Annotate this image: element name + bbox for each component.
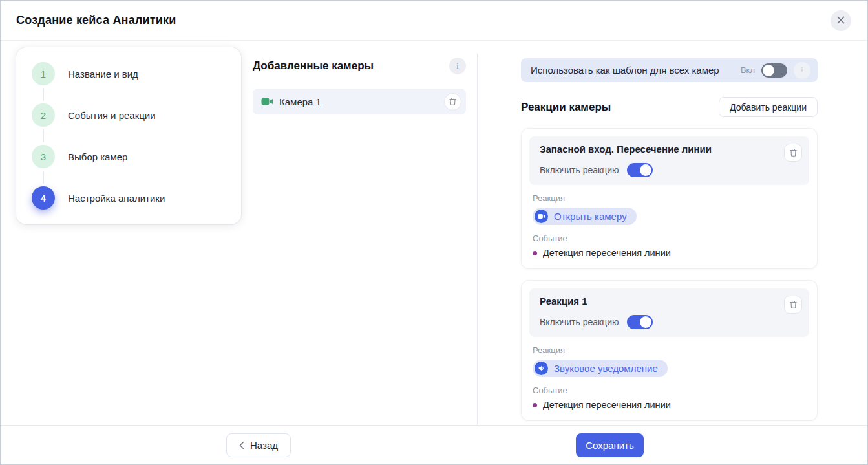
close-icon <box>836 16 845 27</box>
step-item-events-and-reactions[interactable]: 2 События и реакции <box>32 103 226 127</box>
use-as-template-banner: Использовать как шаблон для всех камер В… <box>521 58 818 82</box>
trash-icon <box>449 97 457 106</box>
step-item-analytics-settings[interactable]: 4 Настройка аналитики <box>32 186 226 210</box>
camera-name: Камера 1 <box>279 96 438 107</box>
camera-icon <box>535 210 548 223</box>
added-cameras-section: Добавленные камеры i Камера 1 <box>253 58 466 114</box>
step-label: Название и вид <box>68 69 138 80</box>
camera-list-item[interactable]: Камера 1 <box>253 89 466 114</box>
delete-reaction-button[interactable] <box>784 296 802 314</box>
panel-divider <box>477 54 478 425</box>
dialog-footer: Назад Сохранить <box>1 425 867 464</box>
step-number-badge: 3 <box>32 145 55 168</box>
enable-reaction-toggle[interactable] <box>627 315 653 329</box>
event-item: Детекция пересечения линии <box>533 248 809 258</box>
event-field-label: Событие <box>533 233 806 243</box>
save-button[interactable]: Сохранить <box>576 433 644 457</box>
camera-icon <box>261 97 273 106</box>
reaction-chip-sound-notification[interactable]: Звуковое уведомление <box>533 360 668 377</box>
use-as-template-label: Использовать как шаблон для всех камер <box>531 65 734 76</box>
wizard-steps-card: 1 Название и вид 2 События и реакции 3 В… <box>16 47 241 224</box>
event-name: Детекция пересечения линии <box>543 248 671 258</box>
step-label: События и реакции <box>68 110 156 121</box>
toggle-caption: Вкл <box>741 65 755 75</box>
reaction-chip-open-camera[interactable]: Открыть камеру <box>533 208 637 225</box>
reaction-card: Запасной вход. Пересечение линии Включит… <box>521 128 818 269</box>
event-ring-icon <box>533 403 537 407</box>
back-button-label: Назад <box>250 440 278 451</box>
camera-reactions-panel: Использовать как шаблон для всех камер В… <box>521 58 818 421</box>
reaction-chip-label: Открыть камеру <box>554 211 627 222</box>
event-name: Детекция пересечения линии <box>543 400 671 410</box>
trash-icon <box>789 148 798 157</box>
back-button[interactable]: Назад <box>226 433 291 457</box>
reaction-card: Реакция 1 Включить реакцию Реакция Звуко… <box>521 280 818 421</box>
delete-reaction-button[interactable] <box>784 144 802 162</box>
reaction-card-title: Запасной вход. Пересечение линии <box>540 144 799 155</box>
step-item-name-and-type[interactable]: 1 Название и вид <box>32 62 226 85</box>
enable-reaction-label: Включить реакцию <box>540 165 619 175</box>
event-ring-icon <box>533 251 537 255</box>
reaction-card-header: Запасной вход. Пересечение линии Включит… <box>529 136 809 185</box>
info-icon[interactable]: i <box>794 62 810 79</box>
step-connector <box>43 171 44 184</box>
use-as-template-toggle[interactable] <box>761 63 787 78</box>
event-field-label: Событие <box>533 385 806 395</box>
toggle-knob <box>640 164 651 176</box>
step-number-badge: 2 <box>32 103 55 127</box>
reaction-field-label: Реакция <box>533 193 806 203</box>
info-icon[interactable]: i <box>449 58 466 74</box>
reaction-field-label: Реакция <box>533 345 806 355</box>
reaction-card-title: Реакция 1 <box>540 296 799 307</box>
enable-reaction-label: Включить реакцию <box>540 317 619 327</box>
step-label: Настройка аналитики <box>68 193 165 204</box>
trash-icon <box>789 300 798 309</box>
dialog-title: Создание кейса Аналитики <box>16 14 176 27</box>
speaker-icon <box>535 362 548 375</box>
enable-reaction-toggle[interactable] <box>627 163 653 177</box>
added-cameras-title: Добавленные камеры <box>253 59 374 72</box>
reactions-title: Реакции камеры <box>521 101 611 114</box>
toggle-knob <box>640 316 651 328</box>
create-analytics-case-dialog: Создание кейса Аналитики 1 Название и ви… <box>0 0 868 465</box>
delete-camera-button[interactable] <box>444 93 461 111</box>
reaction-card-header: Реакция 1 Включить реакцию <box>529 288 809 337</box>
event-item: Детекция пересечения линии <box>533 400 809 410</box>
add-reactions-button[interactable]: Добавить реакции <box>719 97 818 117</box>
reaction-chip-label: Звуковое уведомление <box>554 363 658 374</box>
step-label: Выбор камер <box>68 151 127 162</box>
step-connector <box>43 88 44 101</box>
step-number-badge: 1 <box>32 62 55 85</box>
step-item-camera-selection[interactable]: 3 Выбор камер <box>32 145 226 168</box>
dialog-header: Создание кейса Аналитики <box>1 1 867 41</box>
step-number-badge: 4 <box>32 186 55 210</box>
toggle-knob <box>763 65 774 76</box>
step-connector <box>43 129 44 142</box>
close-button[interactable] <box>831 10 851 31</box>
chevron-left-icon <box>239 441 244 449</box>
